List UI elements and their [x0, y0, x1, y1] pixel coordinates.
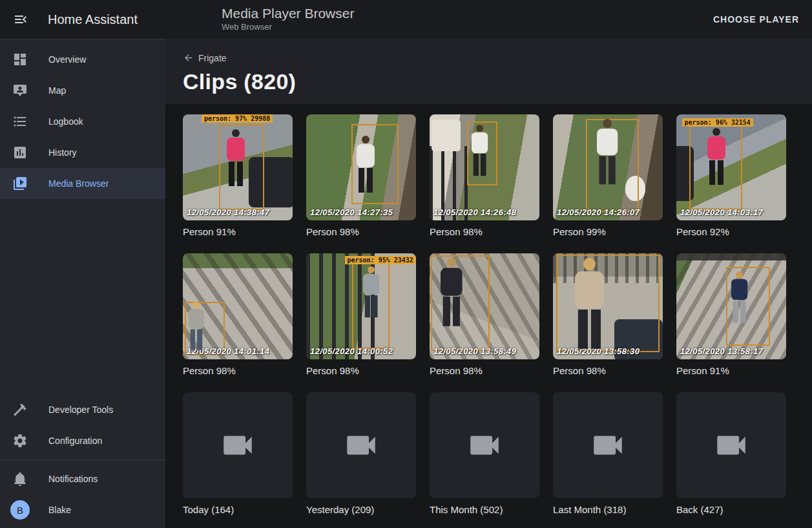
clip-card[interactable]: person: 96% 32154 12/05/2020 14:03:17 Pe… — [676, 114, 786, 237]
clip-caption: Person 98% — [553, 365, 663, 376]
dashboard-icon — [12, 52, 28, 67]
clip-caption: Person 98% — [430, 226, 539, 237]
sidebar-item-history[interactable]: History — [0, 137, 165, 168]
clip-caption: Person 91% — [183, 226, 293, 237]
folder-card-this-month[interactable]: This Month (502) — [430, 392, 539, 515]
folder-thumbnail — [183, 392, 293, 498]
clip-caption: Person 99% — [553, 226, 663, 237]
chart-box-icon — [12, 145, 28, 160]
clip-thumbnail: 12/05/2020 14:26:07 — [553, 114, 663, 220]
video-camera-icon — [466, 427, 503, 464]
clip-card[interactable]: 12/05/2020 13:58:17 Person 91% — [676, 253, 786, 376]
app-header: Home Assistant Media Player Browser Web … — [0, 0, 812, 39]
sidebar-item-label: Media Browser — [48, 178, 109, 189]
clip-timestamp: 12/05/2020 14:26:48 — [433, 207, 516, 217]
sidebar-nav: Overview Map Logbook History Media Brows… — [0, 39, 165, 199]
clip-thumbnail: 12/05/2020 13:58:17 — [676, 253, 786, 359]
user-name: Blake — [48, 505, 71, 515]
folder-card-last-month[interactable]: Last Month (318) — [553, 392, 663, 515]
sidebar: Overview Map Logbook History Media Brows… — [0, 39, 165, 528]
clip-card[interactable]: 12/05/2020 14:27:35 Person 98% — [306, 114, 416, 237]
gear-icon — [12, 433, 28, 449]
sidebar-item-overview[interactable]: Overview — [0, 44, 165, 75]
folder-thumbnail — [306, 392, 416, 498]
choose-player-button[interactable]: CHOOSE PLAYER — [713, 14, 799, 25]
hammer-icon — [12, 402, 28, 417]
person-figure — [575, 258, 604, 349]
sidebar-divider — [0, 459, 165, 460]
page-title: Clips (820) — [183, 69, 812, 94]
detection-label: person: 97% 29988 — [202, 114, 273, 123]
folder-thumbnail — [430, 392, 539, 498]
clip-thumbnail: 12/05/2020 14:26:48 — [430, 114, 539, 220]
clip-timestamp: 12/05/2020 13:58:17 — [680, 346, 763, 356]
clip-thumbnail: 12/05/2020 14:01:14 — [183, 253, 293, 359]
sidebar-item-label: Overview — [48, 54, 86, 65]
sidebar-item-label: Map — [48, 85, 66, 96]
sidebar-item-profile[interactable]: B Blake — [0, 494, 165, 525]
video-camera-icon — [713, 427, 750, 464]
person-figure — [357, 136, 375, 193]
menu-open-icon — [13, 12, 28, 27]
clip-timestamp: 12/05/2020 14:26:07 — [557, 207, 640, 217]
person-figure — [731, 271, 747, 322]
garage-shape — [432, 120, 460, 151]
avatar: B — [10, 500, 30, 520]
sidebar-item-developer-tools[interactable]: Developer Tools — [0, 394, 165, 425]
clip-card[interactable]: 12/05/2020 14:26:07 Person 99% — [553, 114, 663, 237]
clip-thumbnail: person: 96% 32154 12/05/2020 14:03:17 — [676, 114, 786, 220]
person-figure — [597, 119, 618, 184]
person-figure — [441, 258, 463, 326]
clip-card[interactable]: person: 95% 23432 12/05/2020 14:00:52 Pe… — [306, 253, 416, 376]
sidebar-toggle-button[interactable] — [13, 12, 28, 27]
media-browser-content: Frigate Clips (820) person: 97% 29988 12… — [165, 39, 812, 528]
list-bulleted-icon — [12, 114, 28, 129]
clip-card[interactable]: 12/05/2020 14:26:48 Person 98% — [430, 114, 539, 237]
clip-card[interactable]: 12/05/2020 13:58:30 Person 98% — [553, 253, 663, 376]
detection-label: person: 96% 32154 — [682, 118, 753, 127]
folder-thumbnail — [553, 392, 663, 498]
clip-thumbnail: 12/05/2020 13:58:49 — [430, 253, 539, 359]
clip-caption: Person 98% — [306, 365, 416, 376]
folder-card-yesterday[interactable]: Yesterday (209) — [306, 392, 416, 515]
folder-label: This Month (502) — [430, 504, 539, 515]
video-camera-icon — [342, 427, 380, 464]
bell-icon — [12, 471, 28, 487]
map-account-icon — [12, 83, 28, 98]
video-camera-icon — [589, 427, 627, 464]
clip-timestamp: 12/05/2020 14:38:47 — [187, 207, 269, 217]
sidebar-item-map[interactable]: Map — [0, 75, 165, 106]
clips-grid: person: 97% 29988 12/05/2020 14:38:47 Pe… — [165, 104, 812, 528]
clip-timestamp: 12/05/2020 13:58:49 — [433, 346, 516, 356]
clip-thumbnail: person: 97% 29988 12/05/2020 14:38:47 — [183, 114, 293, 220]
clip-timestamp: 12/05/2020 14:00:52 — [310, 346, 393, 356]
clip-caption: Person 98% — [306, 226, 416, 237]
breadcrumb-back[interactable]: Frigate — [183, 52, 227, 63]
sidebar-item-label: History — [48, 147, 77, 158]
detection-label: person: 95% 23432 — [345, 256, 416, 264]
sidebar-item-configuration[interactable]: Configuration — [0, 425, 165, 456]
clip-timestamp: 12/05/2020 14:27:35 — [310, 207, 393, 217]
clip-thumbnail: 12/05/2020 13:58:30 — [553, 253, 663, 359]
detection-bounding-box — [556, 255, 660, 352]
sidebar-item-label: Notifications — [48, 474, 98, 484]
media-player-title: Media Player Browser — [222, 6, 354, 21]
folder-label: Yesterday (209) — [306, 504, 416, 515]
video-camera-icon — [219, 427, 256, 464]
folder-card-back[interactable]: Back (427) — [676, 392, 786, 515]
person-figure — [227, 129, 245, 186]
clip-card[interactable]: person: 97% 29988 12/05/2020 14:38:47 Pe… — [183, 114, 293, 237]
clip-caption: Person 92% — [676, 226, 786, 237]
sidebar-item-notifications[interactable]: Notifications — [0, 463, 165, 494]
clip-card[interactable]: 12/05/2020 14:01:14 Person 98% — [183, 253, 293, 376]
folder-card-today[interactable]: Today (164) — [183, 392, 293, 515]
media-player-heading: Media Player Browser Web Browser — [222, 6, 354, 32]
app-title: Home Assistant — [48, 12, 138, 27]
person-figure — [472, 125, 488, 176]
clip-card[interactable]: 12/05/2020 13:58:49 Person 98% — [430, 253, 539, 376]
play-box-multiple-icon — [12, 176, 28, 191]
folder-thumbnail — [676, 392, 786, 498]
sidebar-item-media-browser[interactable]: Media Browser — [0, 168, 165, 199]
sidebar-item-logbook[interactable]: Logbook — [0, 106, 165, 137]
folder-label: Last Month (318) — [553, 504, 663, 515]
